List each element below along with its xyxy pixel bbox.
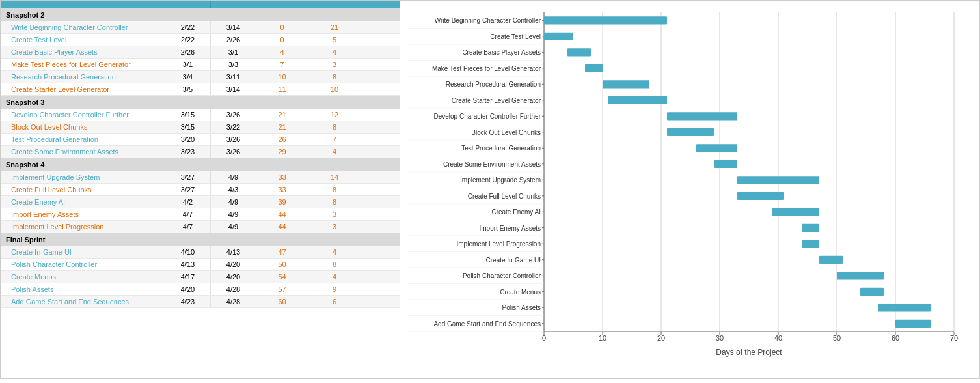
start-day-cell: 26 — [256, 134, 308, 145]
start-date-cell: 4/20 — [165, 283, 211, 295]
svg-text:Polish Character Controller: Polish Character Controller — [463, 272, 541, 279]
svg-rect-74 — [737, 192, 784, 200]
task-name-cell: Create Basic Player Assets — [1, 46, 165, 58]
svg-text:Research Procedural Generation: Research Procedural Generation — [446, 81, 541, 88]
start-date-cell: 3/15 — [165, 121, 211, 133]
duration-cell: 7 — [308, 134, 361, 145]
table-body: Snapshot 2Write Beginning Character Cont… — [1, 8, 400, 308]
table-row: Test Procedural Generation3/203/26267 — [1, 134, 400, 146]
task-name-cell: Develop Character Controller Further — [1, 109, 165, 121]
svg-text:Create Test Level: Create Test Level — [490, 33, 541, 40]
table-row: Develop Character Controller Further3/15… — [1, 109, 400, 121]
svg-rect-102 — [878, 304, 931, 311]
end-date-cell: 4/13 — [211, 246, 256, 258]
start-day-cell: 44 — [256, 221, 308, 233]
svg-rect-94 — [837, 272, 884, 279]
task-name-cell: Create In-Game UI — [1, 246, 165, 258]
end-date-cell: 3/26 — [211, 134, 256, 145]
start-date-cell: 2/22 — [165, 34, 211, 46]
task-name-cell: Write Beginning Character Controller — [1, 21, 165, 33]
duration-cell: 4 — [308, 271, 361, 283]
svg-rect-98 — [860, 288, 884, 296]
svg-text:Days of the Project: Days of the Project — [716, 348, 782, 357]
gantt-chart-section: 010203040506070Days of the ProjectWrite … — [400, 0, 980, 379]
duration-cell: 5 — [308, 34, 361, 46]
svg-text:Create In-Game UI: Create In-Game UI — [486, 257, 541, 264]
table-row: Implement Upgrade System3/274/93314 — [1, 171, 400, 184]
task-name-cell: Block Out Level Chunks — [1, 121, 165, 133]
start-day-cell: 33 — [256, 171, 308, 183]
col-task-name — [1, 1, 165, 8]
svg-text:Create Starter Level Generator: Create Starter Level Generator — [452, 97, 541, 104]
task-name-cell: Create Some Environment Assets — [1, 146, 165, 158]
start-date-cell: 3/27 — [165, 184, 211, 195]
svg-rect-106 — [895, 320, 931, 328]
svg-text:40: 40 — [774, 334, 782, 342]
duration-cell: 8 — [308, 196, 361, 208]
svg-rect-54 — [667, 112, 737, 120]
table-row: Create In-Game UI4/104/13474 — [1, 246, 400, 259]
svg-text:Make Test Pieces for Level Gen: Make Test Pieces for Level Generator — [432, 65, 541, 72]
start-day-cell: 47 — [256, 246, 308, 258]
start-date-cell: 4/17 — [165, 271, 211, 283]
task-name-cell: Research Procedural Generation — [1, 71, 165, 83]
end-date-cell: 3/26 — [211, 109, 256, 121]
start-day-cell: 11 — [256, 83, 308, 95]
start-date-cell: 3/27 — [165, 171, 211, 183]
duration-cell: 8 — [308, 71, 361, 83]
end-date-cell: 4/20 — [211, 259, 256, 270]
end-date-cell: 4/28 — [211, 296, 256, 307]
task-name-cell: Make Test Pieces for Level Generator — [1, 59, 165, 70]
col-start-date — [165, 1, 211, 8]
duration-cell: 9 — [308, 283, 361, 295]
task-name-cell: Import Enemy Assets — [1, 208, 165, 220]
table-row: Block Out Level Chunks3/153/22218 — [1, 121, 400, 134]
svg-rect-50 — [608, 96, 667, 104]
svg-text:Create Basic Player Assets: Create Basic Player Assets — [462, 49, 541, 56]
table-row: Write Beginning Character Controller2/22… — [1, 21, 400, 34]
col-start-on-day — [256, 1, 308, 8]
start-date-cell: 2/22 — [165, 21, 211, 33]
start-day-cell: 50 — [256, 259, 308, 270]
table-row: Make Test Pieces for Level Generator3/13… — [1, 59, 400, 71]
table-row: Create Basic Player Assets2/263/144 — [1, 46, 400, 59]
svg-rect-78 — [772, 208, 819, 216]
start-day-cell: 44 — [256, 208, 308, 220]
duration-cell: 12 — [308, 109, 361, 121]
table-row: Implement Level Progression4/74/9443 — [1, 221, 400, 233]
task-table: Snapshot 2Write Beginning Character Cont… — [0, 0, 400, 379]
start-date-cell: 3/23 — [165, 146, 211, 158]
start-day-cell: 4 — [256, 46, 308, 58]
start-date-cell: 3/4 — [165, 71, 211, 83]
svg-rect-34 — [544, 33, 573, 40]
start-day-cell: 0 — [256, 34, 308, 46]
svg-rect-62 — [696, 144, 737, 152]
start-day-cell: 57 — [256, 283, 308, 295]
svg-text:Create Menus: Create Menus — [500, 289, 541, 296]
end-date-cell: 4/9 — [211, 196, 256, 208]
start-day-cell: 29 — [256, 146, 308, 158]
start-date-cell: 3/5 — [165, 83, 211, 95]
end-date-cell: 4/9 — [211, 221, 256, 233]
svg-rect-82 — [802, 224, 819, 232]
duration-cell: 8 — [308, 259, 361, 270]
end-date-cell: 2/26 — [211, 34, 256, 46]
start-date-cell: 3/20 — [165, 134, 211, 145]
end-date-cell: 3/14 — [211, 21, 256, 33]
svg-rect-30 — [544, 16, 667, 24]
end-date-cell: 3/11 — [211, 71, 256, 83]
svg-rect-90 — [819, 256, 843, 264]
start-date-cell: 3/1 — [165, 59, 211, 70]
svg-text:Create Enemy AI: Create Enemy AI — [491, 208, 541, 216]
start-date-cell: 3/15 — [165, 109, 211, 121]
duration-cell: 14 — [308, 171, 361, 183]
task-name-cell: Polish Character Controller — [1, 259, 165, 270]
start-day-cell: 0 — [256, 21, 308, 33]
start-day-cell: 39 — [256, 196, 308, 208]
task-name-cell: Create Starter Level Generator — [1, 83, 165, 95]
start-day-cell: 21 — [256, 109, 308, 121]
task-name-cell: Test Procedural Generation — [1, 134, 165, 145]
svg-text:10: 10 — [599, 334, 606, 342]
end-date-cell: 4/9 — [211, 171, 256, 183]
svg-text:30: 30 — [716, 334, 724, 342]
